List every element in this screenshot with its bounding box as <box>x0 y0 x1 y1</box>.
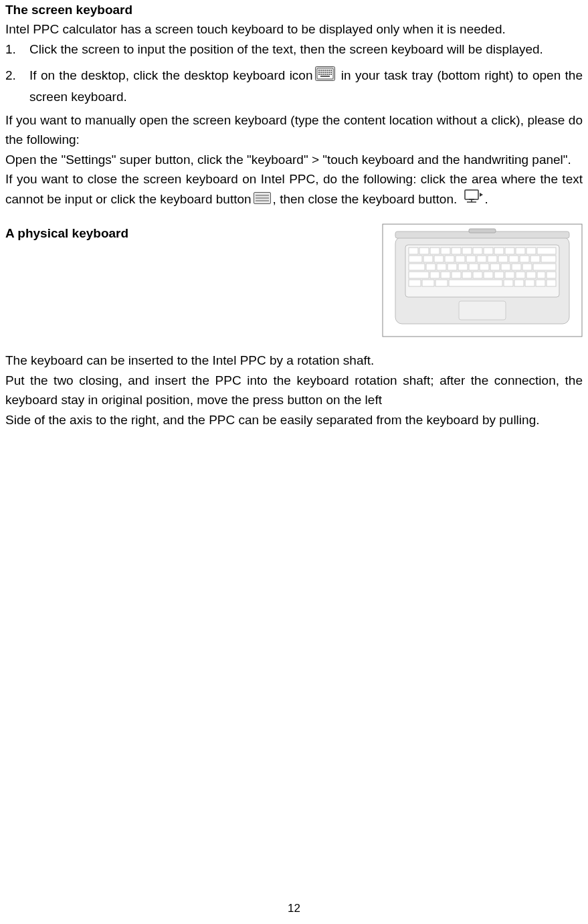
svg-rect-67 <box>448 264 457 270</box>
list-text-2: If on the desktop, click the desktop key… <box>29 66 583 106</box>
list-item-1: 1. Click the screen to input the positio… <box>5 39 583 59</box>
svg-rect-77 <box>430 272 439 278</box>
svg-rect-8 <box>330 70 332 71</box>
svg-rect-54 <box>445 256 454 262</box>
svg-rect-9 <box>318 72 320 73</box>
svg-rect-42 <box>452 248 461 254</box>
svg-rect-88 <box>547 272 556 278</box>
svg-rect-20 <box>326 74 328 75</box>
svg-rect-64 <box>409 264 425 270</box>
svg-rect-74 <box>522 264 532 270</box>
svg-rect-56 <box>466 256 476 262</box>
svg-rect-65 <box>426 264 435 270</box>
svg-rect-73 <box>512 264 521 270</box>
svg-rect-36 <box>469 229 496 233</box>
svg-rect-96 <box>536 280 545 286</box>
svg-rect-7 <box>328 70 330 71</box>
svg-rect-69 <box>469 264 478 270</box>
svg-rect-18 <box>322 74 324 75</box>
list-text-2a: If on the desktop, click the desktop key… <box>29 68 313 82</box>
physical-keyboard-image <box>382 223 583 343</box>
document-page: The screen keyboard Intel PPC calculator… <box>0 0 588 924</box>
svg-rect-44 <box>473 248 482 254</box>
list-item-2: 2. If on the desktop, click the desktop … <box>5 66 583 106</box>
list-text-1: Click the screen to input the position o… <box>29 39 583 59</box>
svg-rect-15 <box>330 72 332 73</box>
close-kbd-text: If you want to close the screen keyboard… <box>5 169 583 210</box>
svg-rect-92 <box>449 280 502 286</box>
manual-open-1: If you want to manually open the screen … <box>5 110 583 150</box>
svg-rect-79 <box>452 272 461 278</box>
keyboard-button-icon <box>254 190 271 209</box>
svg-rect-10 <box>320 72 322 73</box>
svg-rect-48 <box>516 248 525 254</box>
svg-rect-84 <box>505 272 514 278</box>
svg-rect-3 <box>320 70 322 71</box>
svg-rect-17 <box>320 74 322 75</box>
svg-rect-16 <box>318 74 320 75</box>
svg-rect-39 <box>419 248 429 254</box>
svg-rect-63 <box>541 256 556 262</box>
keyboard-tray-icon <box>315 66 335 86</box>
svg-rect-76 <box>409 272 429 278</box>
svg-rect-38 <box>409 248 418 254</box>
svg-rect-14 <box>328 72 330 73</box>
svg-rect-97 <box>547 280 556 286</box>
svg-rect-58 <box>488 256 497 262</box>
svg-rect-6 <box>326 70 328 71</box>
svg-rect-59 <box>498 256 508 262</box>
svg-rect-2 <box>318 70 320 71</box>
svg-rect-71 <box>490 264 500 270</box>
svg-rect-47 <box>505 248 514 254</box>
svg-rect-60 <box>509 256 518 262</box>
svg-rect-46 <box>494 248 504 254</box>
svg-rect-23 <box>320 76 330 77</box>
intro-text: Intel PPC calculator has a screen touch … <box>5 19 583 39</box>
svg-rect-91 <box>435 280 448 286</box>
svg-rect-66 <box>437 264 446 270</box>
svg-rect-49 <box>526 248 536 254</box>
svg-rect-41 <box>441 248 450 254</box>
svg-rect-12 <box>324 72 326 73</box>
phys-text-1: The keyboard can be inserted to the Inte… <box>5 351 583 370</box>
svg-marker-32 <box>480 193 483 197</box>
close-text-b: , then close the keyboard button. <box>273 192 461 206</box>
svg-rect-11 <box>322 72 324 73</box>
svg-rect-19 <box>324 74 326 75</box>
list-number-2: 2. <box>5 66 29 106</box>
svg-rect-90 <box>422 280 434 286</box>
svg-rect-28 <box>465 190 478 199</box>
close-text-c: . <box>485 192 488 206</box>
svg-rect-68 <box>458 264 468 270</box>
svg-rect-98 <box>459 301 506 320</box>
heading-screen-keyboard: The screen keyboard <box>5 0 583 19</box>
svg-rect-40 <box>430 248 439 254</box>
svg-rect-85 <box>516 272 525 278</box>
svg-rect-53 <box>434 256 444 262</box>
svg-rect-21 <box>328 74 330 75</box>
svg-rect-55 <box>456 256 465 262</box>
svg-rect-51 <box>409 256 422 262</box>
svg-rect-89 <box>409 280 421 286</box>
manual-open-2: Open the "Settings" super button, click … <box>5 150 583 169</box>
svg-rect-13 <box>326 72 328 73</box>
phys-text-2: Put the two closing, and insert the PPC … <box>5 371 583 410</box>
svg-rect-78 <box>441 272 450 278</box>
svg-rect-22 <box>330 74 332 75</box>
svg-rect-43 <box>462 248 472 254</box>
svg-rect-61 <box>520 256 529 262</box>
svg-rect-75 <box>533 264 556 270</box>
svg-rect-52 <box>423 256 433 262</box>
svg-rect-72 <box>501 264 510 270</box>
page-number: 12 <box>0 900 588 917</box>
svg-rect-93 <box>504 280 513 286</box>
svg-rect-86 <box>526 272 536 278</box>
svg-rect-50 <box>537 248 556 254</box>
monitor-close-icon <box>463 189 483 209</box>
svg-rect-95 <box>525 280 534 286</box>
svg-rect-80 <box>462 272 472 278</box>
svg-rect-57 <box>477 256 486 262</box>
svg-rect-45 <box>484 248 493 254</box>
svg-rect-62 <box>530 256 540 262</box>
phys-text-3: Side of the axis to the right, and the P… <box>5 410 583 430</box>
